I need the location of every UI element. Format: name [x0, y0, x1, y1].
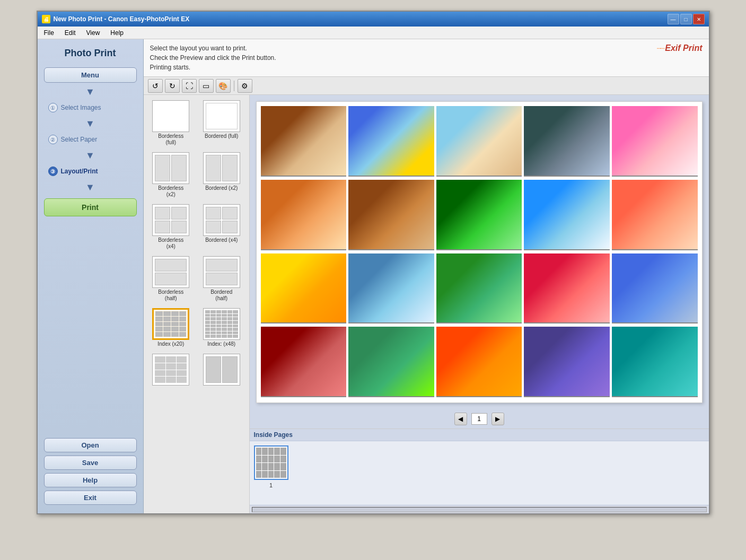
photo-label-20 [612, 397, 698, 398]
right-panel: Select the layout you want to print. Che… [144, 39, 709, 513]
print-button[interactable]: Print [44, 198, 137, 216]
help-button[interactable]: Help [44, 473, 137, 487]
toolbar: ↺ ↻ ⛶ ▭ 🎨 ⚙ [144, 77, 709, 95]
window-title: New Photo Print - Canon Easy-PhotoPrint … [54, 15, 190, 23]
sidebar-bottom-buttons: Open Save Help Exit [44, 438, 137, 505]
photo-img-9 [524, 180, 610, 249]
open-button[interactable]: Open [44, 438, 137, 452]
preview-canvas [256, 101, 703, 403]
menu-view[interactable]: View [82, 28, 104, 38]
minimize-button[interactable]: — [668, 14, 679, 24]
label-bordered-x4: Bordered (x4) [205, 237, 238, 243]
thumb-half-inner [155, 259, 187, 285]
next-page-button[interactable]: ▶ [492, 413, 504, 425]
menu-file[interactable]: File [40, 28, 58, 38]
page-thumb-label-1: 1 [269, 482, 273, 488]
arrow-2: ▼ [44, 119, 137, 128]
photo-img-1 [261, 106, 347, 176]
photo-cell-14 [524, 253, 610, 325]
menu-edit[interactable]: Edit [60, 28, 80, 38]
step-2-circle: ② [48, 135, 58, 144]
instruction-text: Select the layout you want to print. Che… [150, 43, 276, 72]
rotate-right-button[interactable]: ↻ [165, 79, 180, 93]
photo-img-19 [524, 327, 610, 396]
step-select-paper[interactable]: ② Select Paper [44, 133, 137, 146]
menu-help[interactable]: Help [106, 28, 128, 38]
layout-scroll[interactable]: Borderless(full) Bordered (full) [144, 95, 249, 513]
step-select-images[interactable]: ① Select Images [44, 101, 137, 115]
photo-cell-4 [524, 106, 610, 178]
photo-img-11 [261, 253, 347, 323]
arrow-1: ▼ [44, 87, 137, 97]
preview-navigation: ◀ 1 ▶ [250, 409, 709, 428]
photo-img-3 [436, 106, 522, 176]
inside-pages-panel: Inside Pages 1 [250, 428, 709, 513]
preview-main: ◀ 1 ▶ [250, 95, 709, 428]
thumb-misc-2-inner [206, 356, 238, 383]
photo-label-15 [612, 323, 698, 325]
photo-label-13 [436, 323, 522, 325]
layout-borderless-half[interactable]: Borderless(half) [151, 255, 190, 303]
maximize-button[interactable]: □ [680, 14, 692, 24]
inside-pages-scrollbar[interactable] [250, 505, 709, 513]
prev-page-button[interactable]: ◀ [454, 413, 467, 425]
rotate-left-button[interactable]: ↺ [148, 79, 163, 93]
photo-label-6 [261, 250, 347, 251]
photo-label-16 [261, 397, 347, 398]
photo-img-13 [436, 253, 522, 323]
layout-borderless-full[interactable]: Borderless(full) [151, 99, 190, 147]
step-1-circle: ① [48, 103, 58, 112]
layout-row-6 [148, 353, 245, 388]
inside-pages-content[interactable]: 1 [250, 441, 709, 505]
scrollbar-track[interactable] [252, 507, 707, 512]
photo-img-12 [348, 253, 434, 323]
layout-bordered-x2[interactable]: Bordered (x2) [202, 151, 241, 199]
photo-cell-7 [348, 180, 434, 251]
label-bordered-full: Bordered (full) [205, 133, 238, 139]
settings-button[interactable]: ⚙ [238, 79, 252, 93]
layout-misc-1[interactable] [151, 353, 190, 388]
photo-label-10 [612, 250, 698, 251]
thumb-2col-inner [155, 155, 187, 181]
layout-borderless-x2[interactable]: Borderless(x2) [151, 151, 190, 199]
photo-cell-19 [524, 327, 610, 398]
sidebar-title: Photo Print [44, 48, 137, 59]
arrow-3: ▼ [44, 151, 137, 160]
layout-index-x20[interactable]: Index (x20) [151, 307, 190, 348]
crop-button[interactable]: ⛶ [182, 79, 197, 93]
thumb-bordered-full [203, 100, 240, 132]
arrow-4: ▼ [44, 182, 137, 192]
layout-bordered-x4[interactable]: Bordered (x4) [202, 203, 241, 251]
layout-misc-2[interactable] [202, 353, 241, 388]
exit-button[interactable]: Exit [44, 491, 137, 505]
layout-row-4: Borderless(half) Bordered(half) [148, 255, 245, 303]
photo-label-9 [524, 250, 610, 251]
thumb-bordered-4grid [206, 207, 238, 233]
photo-cell-20 [612, 327, 698, 398]
step-layout-print[interactable]: ③ Layout/Print [44, 164, 137, 178]
title-bar: 🖨 New Photo Print - Canon Easy-PhotoPrin… [38, 12, 709, 27]
photo-img-14 [524, 253, 610, 323]
instruction-line-1: Select the layout you want to print. [150, 43, 276, 53]
photo-label-3 [436, 177, 522, 178]
step-3-circle: ③ [48, 167, 58, 176]
thumb-bordered-2col [206, 155, 238, 181]
layout-bordered-half[interactable]: Bordered(half) [202, 255, 241, 303]
photo-cell-2 [348, 106, 434, 178]
rectangle-button[interactable]: ▭ [199, 79, 214, 93]
menu-button[interactable]: Menu [44, 67, 137, 83]
page-number: 1 [477, 415, 481, 423]
thumb-border-inner [206, 103, 238, 129]
layout-row-5: Index (x20) [148, 307, 245, 348]
thumb-bordered-half-inner [206, 259, 238, 285]
photo-cell-6 [261, 180, 347, 251]
layout-bordered-full[interactable]: Bordered (full) [202, 99, 241, 147]
photo-label-11 [261, 323, 347, 325]
close-button[interactable]: ✕ [693, 14, 705, 24]
layout-index-x48[interactable]: Index: (x48) [202, 307, 241, 348]
save-button[interactable]: Save [44, 456, 137, 470]
layout-borderless-x4[interactable]: Borderless(x4) [151, 203, 190, 251]
color-correct-button[interactable]: 🎨 [216, 79, 231, 93]
label-borderless-half: Borderless(half) [158, 289, 183, 302]
page-thumb-1[interactable]: 1 [254, 445, 288, 488]
